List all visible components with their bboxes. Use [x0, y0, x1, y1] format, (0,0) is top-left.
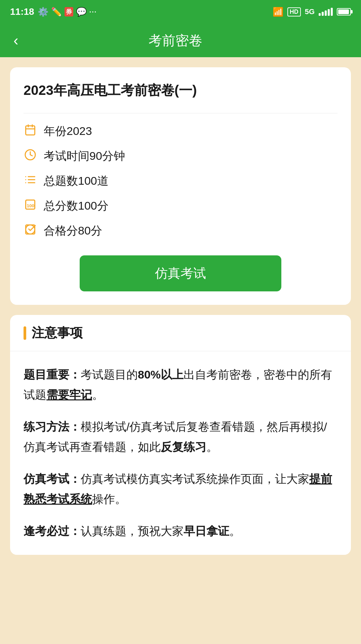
main-content: 2023年高压电工考前密卷(一) 年份2023: [0, 57, 361, 565]
notice-p3-end: 操作。: [92, 493, 126, 505]
notice-p4-label: 逢考必过：: [24, 525, 81, 537]
info-pass-score-text: 合格分80分: [44, 223, 102, 239]
notice-p3-text1: 仿真考试模仿真实考试系统操作页面，让大家: [81, 472, 309, 485]
notice-p3-label: 仿真考试：: [24, 472, 81, 485]
notice-bar-decoration: [24, 326, 26, 340]
list-icon: [24, 174, 37, 188]
notice-card: 注意事项 题目重要：考试题目的80%以上出自考前密卷，密卷中的所有试题需要牢记。…: [10, 315, 351, 555]
svg-rect-0: [26, 126, 35, 135]
info-questions-text: 总题数100道: [44, 173, 109, 189]
signal-icon: [319, 8, 333, 16]
exam-info-card: 2023年高压电工考前密卷(一) 年份2023: [10, 67, 351, 305]
coupon-icon: 券: [65, 7, 73, 16]
info-time: 考试时间90分钟: [24, 148, 337, 164]
wechat-icon: 💬: [76, 7, 87, 17]
score-icon: 100: [24, 199, 37, 213]
clock-icon: [24, 149, 37, 164]
more-icon: ···: [89, 8, 97, 16]
status-bar: 11:18 ⚙️ ✏️ 券 💬 ··· 📶 HD 5G: [0, 0, 361, 24]
info-total-score-text: 总分数100分: [44, 198, 109, 214]
pass-icon: [24, 223, 37, 238]
button-container: 仿真考试: [24, 255, 337, 291]
status-left-icons: ⚙️ ✏️ 券 💬 ···: [38, 7, 97, 17]
status-time-area: 11:18 ⚙️ ✏️ 券 💬 ···: [10, 6, 97, 17]
header: ‹ 考前密卷: [0, 24, 361, 57]
notice-p4-highlight: 早日拿证: [184, 525, 229, 537]
edit-icon: ✏️: [51, 7, 62, 17]
info-list: 年份2023 考试时间90分钟: [24, 123, 337, 239]
notice-body: 题目重要：考试题目的80%以上出自考前密卷，密卷中的所有试题需要牢记。 练习方法…: [10, 351, 351, 555]
notice-paragraph-4: 逢考必过：认真练题，预祝大家早日拿证。: [24, 521, 337, 541]
notice-p2-highlight: 反复练习: [161, 440, 206, 453]
info-time-text: 考试时间90分钟: [44, 148, 125, 164]
notice-p4-end: 。: [229, 525, 241, 537]
svg-text:100: 100: [27, 203, 35, 208]
notice-p2-label: 练习方法：: [24, 420, 81, 433]
info-questions: 总题数100道: [24, 173, 337, 189]
notice-p1-text1: 考试题目的: [81, 368, 138, 381]
notice-header: 注意事项: [10, 315, 351, 351]
info-total-score: 100 总分数100分: [24, 198, 337, 214]
back-button[interactable]: ‹: [13, 33, 18, 48]
battery-icon: [337, 8, 351, 15]
calendar-icon: [24, 124, 37, 139]
notice-p1-highlight2: 需要牢记: [46, 388, 92, 401]
notice-p1-end: 。: [92, 388, 104, 401]
notice-p1-label: 题目重要：: [24, 368, 81, 381]
svg-point-14: [26, 225, 35, 234]
hd-badge: HD: [287, 7, 301, 16]
page-title: 考前密卷: [18, 31, 333, 50]
notice-p2-end: 。: [206, 440, 218, 453]
5g-icon: 5G: [305, 7, 315, 16]
start-exam-button[interactable]: 仿真考试: [80, 255, 281, 291]
notice-paragraph-2: 练习方法：模拟考试/仿真考试后复卷查看错题，然后再模拟/仿真考试再查看错题，如此…: [24, 417, 337, 457]
info-pass-score: 合格分80分: [24, 223, 337, 239]
status-time: 11:18: [10, 6, 34, 17]
notice-p1-highlight1: 80%以上: [138, 368, 184, 381]
settings-icon: ⚙️: [38, 7, 48, 17]
wifi-icon: 📶: [273, 7, 283, 17]
exam-title: 2023年高压电工考前密卷(一): [24, 81, 337, 100]
info-year: 年份2023: [24, 123, 337, 139]
notice-paragraph-1: 题目重要：考试题目的80%以上出自考前密卷，密卷中的所有试题需要牢记。: [24, 365, 337, 405]
divider: [24, 113, 337, 113]
notice-p4-text1: 认真练题，预祝大家: [81, 525, 184, 537]
notice-paragraph-3: 仿真考试：仿真考试模仿真实考试系统操作页面，让大家提前熟悉考试系统操作。: [24, 469, 337, 509]
status-right-icons: 📶 HD 5G: [273, 7, 351, 17]
info-year-text: 年份2023: [44, 123, 92, 139]
notice-title: 注意事项: [32, 324, 83, 342]
